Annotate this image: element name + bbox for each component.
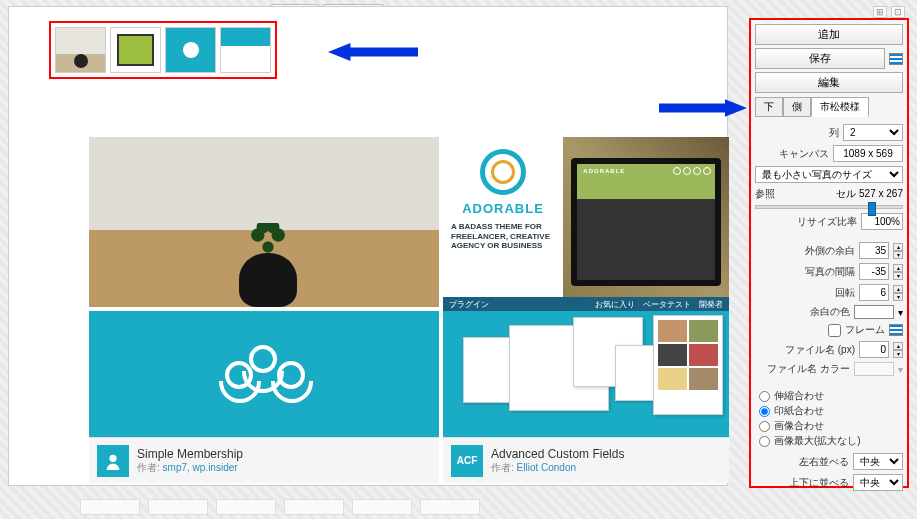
plugin-link-dev[interactable]: 開発者: [699, 299, 723, 310]
halign-select[interactable]: 中央: [853, 453, 903, 470]
outer-margin-field[interactable]: [859, 242, 889, 259]
adorable-title: ADORABLE: [462, 201, 544, 216]
svg-marker-0: [328, 43, 418, 61]
thumb-1[interactable]: [55, 27, 106, 73]
filename-px-spinner[interactable]: ▴▾: [893, 342, 903, 358]
outer-margin-spinner[interactable]: ▴▾: [893, 243, 903, 259]
thumb-2[interactable]: [110, 27, 161, 73]
cols-select[interactable]: 2: [843, 124, 903, 141]
card1-author-link[interactable]: smp7, wp.insider: [163, 462, 238, 473]
plugin-bar: プラグイン お気に入り ベータテスト 開発者: [443, 297, 729, 311]
lbl-resize: リサイズ比率: [797, 215, 857, 229]
simple-membership-icon: [97, 445, 129, 477]
card1-by-label: 作者:: [137, 462, 160, 473]
card-footer-acf: ACF Advanced Custom Fields 作者: Elliot Co…: [443, 437, 729, 483]
settings-panel: 追加 保存 編集 下 側 市松模様 列2 キャンバス 最も小さい写真のサイズ 参…: [749, 18, 909, 488]
collage-image-plant[interactable]: [89, 137, 439, 307]
adorable-logo-icon: [480, 149, 526, 195]
lbl-ref: 参照: [755, 187, 775, 201]
valign-select[interactable]: 中央: [853, 474, 903, 491]
canvas: ADORABLE A BADASS THEME FOR FREELANCER, …: [8, 6, 728, 486]
lbl-valign: 上下に並べる: [789, 476, 849, 490]
lbl-frame: フレーム: [845, 323, 885, 337]
lbl-canvas: キャンバス: [779, 147, 829, 161]
lbl-cols: 列: [829, 126, 839, 140]
lbl-margin-color: 余白の色: [810, 305, 850, 319]
filename-px-field[interactable]: [859, 341, 889, 358]
rotate-spinner[interactable]: ▴▾: [893, 285, 903, 301]
radio-stretch[interactable]: 伸縮合わせ: [759, 389, 899, 403]
people-group-icon: [219, 349, 309, 409]
save-button[interactable]: 保存: [755, 48, 885, 69]
margin-color-dropdown-icon[interactable]: ▾: [898, 307, 903, 318]
tab-bottom[interactable]: 下: [755, 97, 783, 117]
card1-title: Simple Membership: [137, 447, 243, 461]
add-button[interactable]: 追加: [755, 24, 903, 45]
filename-color-dropdown-icon: ▾: [898, 364, 903, 375]
plugin-link-fav[interactable]: お気に入り: [595, 299, 635, 310]
ref-value: セル 527 x 267: [779, 187, 903, 201]
lbl-halign: 左右並べる: [799, 455, 849, 469]
ref-slider[interactable]: [755, 205, 903, 209]
edit-button[interactable]: 編集: [755, 72, 903, 93]
smallest-photo-select[interactable]: 最も小さい写真のサイズ: [755, 166, 903, 183]
thumb-3[interactable]: [165, 27, 216, 73]
lbl-outer-margin: 外側の余白: [805, 244, 855, 258]
svg-point-2: [109, 454, 116, 461]
card-footer-simple: Simple Membership 作者: smp7, wp.insider: [89, 437, 439, 483]
thumb-4[interactable]: [220, 27, 271, 73]
svg-marker-1: [659, 99, 747, 117]
radio-print[interactable]: 印紙合わせ: [759, 404, 899, 418]
layout-toggle-icon[interactable]: ⊞: [873, 6, 887, 18]
layout-tabs: 下 側 市松模様: [755, 97, 903, 117]
acf-icon: ACF: [451, 445, 483, 477]
thumbnail-strip: [49, 21, 277, 79]
lbl-filename-color: ファイル名 カラー: [767, 362, 850, 376]
save-options-icon[interactable]: [889, 53, 903, 65]
card2-by-label: 作者:: [491, 462, 514, 473]
fit-mode-radios: 伸縮合わせ 印紙合わせ 画像合わせ 画像最大(拡大なし): [755, 387, 903, 450]
bottom-strip: [80, 499, 747, 515]
annotation-arrow-left-icon: [324, 43, 422, 61]
annotation-arrow-right-icon: [659, 99, 747, 117]
lbl-photo-gap: 写真の間隔: [805, 265, 855, 279]
plugin-bar-title: プラグイン: [449, 299, 489, 310]
window-controls: ⊞ ⊡: [873, 6, 905, 18]
collage-image-adorable[interactable]: ADORABLE A BADASS THEME FOR FREELANCER, …: [443, 137, 729, 307]
card2-title: Advanced Custom Fields: [491, 447, 624, 461]
photo-gap-spinner[interactable]: ▴▾: [893, 264, 903, 280]
layout-toggle2-icon[interactable]: ⊡: [891, 6, 905, 18]
tab-checker[interactable]: 市松模様: [811, 97, 869, 117]
collage-preview: ADORABLE A BADASS THEME FOR FREELANCER, …: [89, 137, 729, 477]
filename-color-well: [854, 362, 894, 376]
margin-color-well[interactable]: [854, 305, 894, 319]
adorable-tagline: A BADASS THEME FOR FREELANCER, CREATIVE …: [451, 222, 555, 251]
canvas-size-field[interactable]: [833, 145, 903, 162]
rotate-field[interactable]: [859, 284, 889, 301]
card2-author-link[interactable]: Elliot Condon: [517, 462, 576, 473]
radio-max[interactable]: 画像最大(拡大なし): [759, 434, 899, 448]
frame-options-icon[interactable]: [889, 324, 903, 336]
photo-gap-field[interactable]: [859, 263, 889, 280]
frame-checkbox[interactable]: [828, 324, 841, 337]
lbl-filename-px: ファイル名 (px): [785, 343, 855, 357]
tab-side[interactable]: 側: [783, 97, 811, 117]
plugin-link-beta[interactable]: ベータテスト: [643, 299, 691, 310]
lbl-rotate: 回転: [835, 286, 855, 300]
radio-image[interactable]: 画像合わせ: [759, 419, 899, 433]
